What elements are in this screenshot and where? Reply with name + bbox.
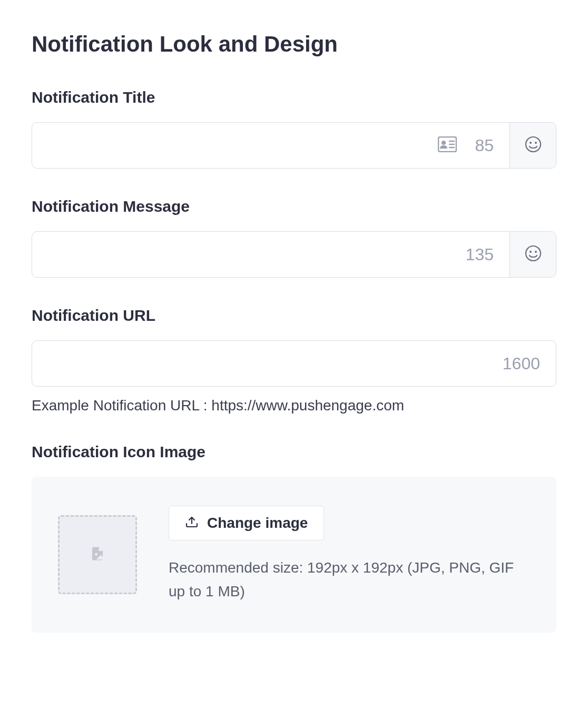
title-input-main: 85 — [32, 123, 509, 168]
url-field-group: Notification URL 1600 Example Notificati… — [32, 307, 556, 414]
title-input[interactable] — [48, 123, 427, 168]
smile-icon — [525, 245, 542, 264]
icon-image-field-group: Notification Icon Image C — [32, 443, 556, 633]
upload-icon — [185, 515, 199, 532]
file-image-icon — [90, 546, 105, 564]
url-input-main: 1600 — [32, 341, 556, 386]
url-input[interactable] — [48, 341, 492, 386]
svg-point-8 — [526, 246, 541, 261]
message-field-group: Notification Message 135 — [32, 198, 556, 278]
icon-image-label: Notification Icon Image — [32, 443, 556, 461]
title-input-row: 85 — [32, 122, 556, 169]
image-controls: Change image Recommended size: 192px x 1… — [169, 506, 530, 604]
svg-point-6 — [530, 142, 532, 144]
svg-point-9 — [530, 251, 532, 253]
message-emoji-button[interactable] — [509, 232, 556, 277]
title-label: Notification Title — [32, 88, 556, 106]
title-emoji-button[interactable] — [509, 123, 556, 168]
smile-icon — [525, 136, 542, 155]
title-counter: 85 — [467, 136, 494, 155]
message-input[interactable] — [48, 232, 455, 277]
image-recommendation-text: Recommended size: 192px x 192px (JPG, PN… — [169, 556, 530, 604]
url-input-row: 1600 — [32, 340, 556, 387]
id-card-icon[interactable] — [438, 136, 457, 154]
svg-point-11 — [95, 553, 97, 556]
message-input-main: 135 — [32, 232, 509, 277]
url-helper-text: Example Notification URL : https://www.p… — [32, 397, 556, 414]
svg-point-10 — [535, 251, 537, 253]
icon-image-panel: Change image Recommended size: 192px x 1… — [32, 477, 556, 633]
change-image-button[interactable]: Change image — [169, 506, 324, 540]
message-label: Notification Message — [32, 198, 556, 215]
message-input-row: 135 — [32, 231, 556, 278]
svg-point-5 — [526, 137, 541, 152]
url-label: Notification URL — [32, 307, 556, 324]
message-counter: 135 — [466, 245, 494, 264]
change-image-label: Change image — [207, 515, 308, 532]
svg-point-1 — [442, 141, 446, 145]
url-counter: 1600 — [503, 354, 540, 373]
title-field-group: Notification Title 85 — [32, 88, 556, 169]
page-title: Notification Look and Design — [32, 32, 556, 57]
svg-point-7 — [535, 142, 537, 144]
image-placeholder[interactable] — [58, 515, 137, 594]
